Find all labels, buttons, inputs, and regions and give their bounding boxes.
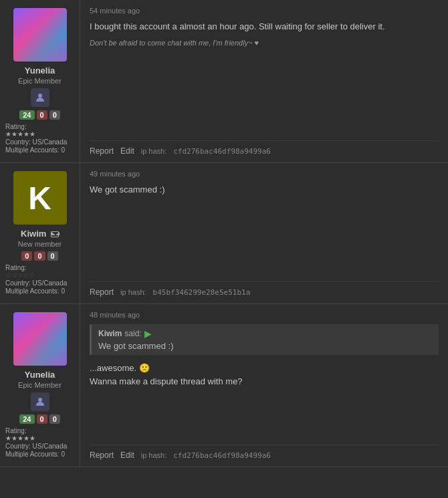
country-label-1: Country: [5,138,31,146]
post-time-3: 48 minutes ago [90,311,439,319]
post-content-2: 49 minutes ago We got scammed :) Report … [80,163,448,303]
svg-point-1 [38,398,42,402]
svg-point-0 [38,94,42,98]
country-row-3: Country: US/Canada [5,443,74,450]
score-neg-3: 0 [37,414,47,424]
post-body-1: I bought this account a almost an hour a… [90,20,439,132]
user-title-1: Epic Member [18,77,62,85]
ma-value-3: 0 [61,451,65,458]
username-1: Yunelia [25,66,55,76]
user-title-2: New member [18,240,62,248]
user-sidebar-3: Yunelia Epic Member 24 0 0 Rating: ★★★★★… [0,304,80,467]
post-1: Yunelia Epic Member 24 0 0 Rating: ★★★★★… [0,0,448,163]
user-sidebar-2: K Kiwim New member 0 0 0 Rating: ☆☆☆☆☆ C… [0,163,80,303]
username-2: Kiwim [21,229,59,239]
post-content-1: 54 minutes ago I bought this account a a… [80,0,448,162]
score-neg-2: 0 [34,251,45,261]
post-text-2: We got scammed :) [90,184,164,195]
post-time-1: 54 minutes ago [90,7,439,15]
username-3: Yunelia [25,370,55,380]
score-row-2: 0 0 0 [21,251,58,261]
ip-hash-label-1: ip hash: [141,147,167,155]
post-time-2: 49 minutes ago [90,170,439,178]
score-pos-1: 24 [19,110,34,120]
multiple-accounts-row-1: Multiple Accounts: 0 [5,146,74,154]
country-row-2: Country: US/Canada [5,279,74,287]
country-value-1: US/Canada [33,138,68,146]
country-value-2: US/Canada [33,279,68,287]
post-actions-3: Report Edit ip hash: cfd276bac46df98a949… [90,445,439,460]
avatar-1 [13,8,67,61]
post-body-2: We got scammed :) [90,183,439,273]
user-title-3: Epic Member [18,381,62,389]
rating-label-1: Rating: [5,123,27,130]
stars-2: ☆☆☆☆☆ [5,271,74,279]
ip-hash-value-1: cfd276bac46df98a9499a6 [173,147,271,156]
ma-label-1: Multiple Accounts: [5,146,60,154]
post-3: Yunelia Epic Member 24 0 0 Rating: ★★★★★… [0,304,448,467]
report-link-1[interactable]: Report [90,146,114,156]
post-content-3: 48 minutes ago Kiwim said: ▶ We got scam… [80,304,448,467]
score-pos-2: 0 [21,251,32,261]
score-pos-3: 24 [19,414,34,424]
post-text-3: ...awesome. 🙁Wanna make a dispute thread… [90,363,243,386]
rating-row-2: Rating: ☆☆☆☆☆ [5,264,74,279]
ma-label-3: Multiple Accounts: [5,451,60,458]
report-link-2[interactable]: Report [90,287,114,297]
country-label-3: Country: [5,443,31,450]
stars-1: ★★★★★ [5,130,74,138]
avatar-3 [13,312,67,366]
mail-icon-2 [51,231,59,237]
ip-hash-value-2: b45bf346299e28e5e51b1a [153,288,251,297]
bio-line-1: Don't be afraid to come chat with me, I'… [90,37,439,49]
score-row-1: 24 0 0 [19,110,60,120]
quote-author-3: Kiwim said: ▶ [98,328,432,339]
user-sidebar-1: Yunelia Epic Member 24 0 0 Rating: ★★★★★… [0,0,80,162]
badge-icon-3 [31,392,49,411]
multiple-accounts-row-2: Multiple Accounts: 0 [5,287,74,295]
rating-row-3: Rating: ★★★★★ [5,427,74,442]
rating-label-3: Rating: [5,427,27,434]
ma-label-2: Multiple Accounts: [5,287,60,295]
ma-value-2: 0 [61,287,65,295]
avatar-letter-2: K [13,171,67,225]
post-2: K Kiwim New member 0 0 0 Rating: ☆☆☆☆☆ C… [0,163,448,304]
quote-author-name-3: Kiwim [98,329,122,338]
ip-hash-label-3: ip hash: [141,451,167,459]
ip-hash-value-3: cfd276bac46df98a9499a6 [173,451,271,460]
country-label-2: Country: [5,279,31,287]
quote-said-label: said: [124,329,141,338]
report-link-3[interactable]: Report [90,451,114,460]
post-text-1: I bought this account a almost an hour a… [90,21,385,31]
country-row-1: Country: US/Canada [5,138,74,146]
quote-text-3: We got scammed :) [98,341,432,351]
score-neu-1: 0 [49,110,60,120]
quote-block-3: Kiwim said: ▶ We got scammed :) [90,324,439,355]
post-actions-2: Report ip hash: b45bf346299e28e5e51b1a [90,281,439,297]
post-body-3: ...awesome. 🙁Wanna make a dispute thread… [90,362,439,437]
rating-row-1: Rating: ★★★★★ [5,123,74,138]
post-actions-1: Report Edit ip hash: cfd276bac46df98a949… [90,140,439,156]
score-neg-1: 0 [37,110,47,120]
edit-link-3[interactable]: Edit [120,451,134,460]
quote-arrow-icon-3: ▶ [144,328,152,339]
score-neu-2: 0 [47,251,58,261]
edit-link-1[interactable]: Edit [120,146,134,156]
stars-3: ★★★★★ [5,434,74,442]
ip-hash-label-2: ip hash: [120,288,146,296]
multiple-accounts-row-3: Multiple Accounts: 0 [5,451,74,458]
avatar-2: K [13,171,67,225]
score-row-3: 24 0 0 [19,414,60,424]
badge-icon-1 [31,88,49,107]
ma-value-1: 0 [61,146,65,154]
rating-label-2: Rating: [5,264,27,271]
score-neu-3: 0 [49,414,60,424]
country-value-3: US/Canada [33,443,68,450]
